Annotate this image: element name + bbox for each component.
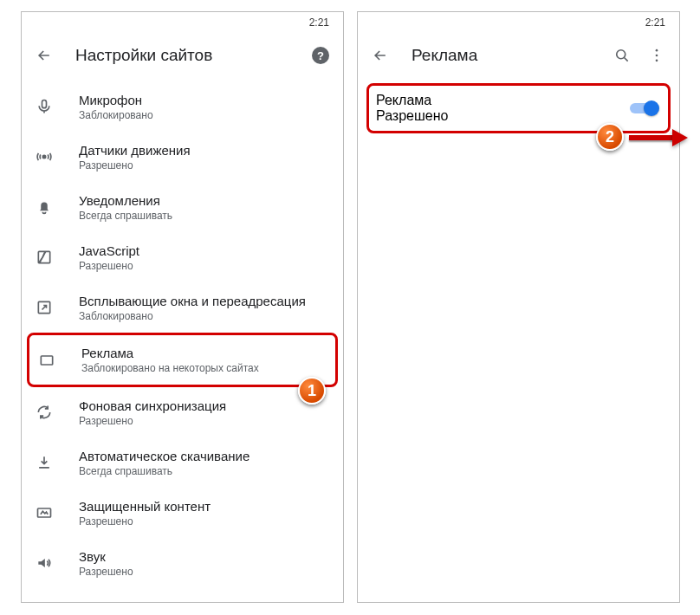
- help-icon: ?: [312, 47, 329, 64]
- item-protected-content[interactable]: Защищенный контент Разрешено: [22, 488, 343, 538]
- search-icon: [613, 47, 631, 64]
- item-label: Автоматическое скачивание: [79, 449, 331, 463]
- phone-left: 2:21 Настройки сайтов ? Микрофон Заблоки…: [21, 11, 344, 603]
- svg-point-6: [617, 50, 625, 59]
- item-sub: Разрешено: [79, 159, 331, 172]
- javascript-icon: [34, 247, 55, 268]
- settings-list: Микрофон Заблокировано Датчики движения …: [22, 78, 343, 592]
- item-javascript[interactable]: JavaScript Разрешено: [22, 232, 343, 282]
- help-button[interactable]: ?: [310, 45, 331, 66]
- status-bar: 2:21: [358, 12, 679, 33]
- item-label: Всплывающие окна и переадресация: [79, 294, 331, 308]
- item-label: Уведомления: [79, 193, 331, 208]
- item-sub: Всегда спрашивать: [79, 210, 331, 222]
- svg-point-1: [42, 155, 45, 158]
- step-badge-1: 1: [298, 377, 326, 405]
- item-label: Звук: [79, 549, 331, 564]
- microphone-icon: [34, 96, 55, 117]
- item-microphone[interactable]: Микрофон Заблокировано: [22, 81, 343, 132]
- svg-rect-0: [42, 100, 47, 108]
- more-vert-icon: [648, 47, 665, 64]
- item-sub: Всегда спрашивать: [79, 465, 331, 477]
- item-sub: Разрешено: [79, 515, 331, 528]
- svg-rect-4: [41, 356, 52, 365]
- item-sub: Заблокировано на некоторых сайтах: [81, 362, 328, 374]
- svg-point-9: [656, 60, 658, 62]
- item-auto-download[interactable]: Автоматическое скачивание Всегда спрашив…: [22, 437, 343, 488]
- svg-point-8: [656, 55, 658, 57]
- item-background-sync[interactable]: Фоновая синхронизация Разрешено: [22, 387, 343, 437]
- item-label: Фоновая синхронизация: [79, 398, 331, 413]
- item-label: Реклама: [81, 346, 328, 360]
- item-sub: Заблокировано: [79, 310, 331, 322]
- toggle-label: Реклама: [376, 93, 630, 108]
- ads-toggle-row[interactable]: Реклама Разрешено: [366, 83, 671, 133]
- status-time: 2:21: [309, 16, 329, 29]
- item-sub: Заблокировано: [79, 109, 331, 121]
- bell-icon: [34, 197, 55, 217]
- motion-sensors-icon: [34, 146, 55, 167]
- toolbar: Реклама: [358, 33, 679, 78]
- step-badge-2: 2: [596, 123, 624, 151]
- page-title: Реклама: [412, 46, 598, 65]
- item-label: JavaScript: [79, 243, 331, 258]
- toggle-thumb: [644, 100, 659, 116]
- item-notifications[interactable]: Уведомления Всегда спрашивать: [22, 182, 343, 232]
- popup-icon: [34, 297, 55, 318]
- back-button[interactable]: [34, 45, 55, 66]
- sound-icon: [34, 553, 55, 573]
- annotation-arrow: [629, 131, 690, 145]
- back-button[interactable]: [370, 45, 391, 66]
- svg-point-7: [656, 49, 658, 52]
- arrow-left-icon: [36, 47, 53, 64]
- item-sub: Разрешено: [79, 566, 331, 578]
- ads-toggle-switch[interactable]: [630, 100, 661, 117]
- item-label: Датчики движения: [79, 143, 331, 158]
- overflow-menu-button[interactable]: [646, 45, 667, 66]
- item-sub: Разрешено: [79, 415, 331, 427]
- ads-icon: [36, 350, 57, 371]
- item-ads[interactable]: Реклама Заблокировано на некоторых сайта…: [27, 333, 338, 387]
- protected-content-icon: [34, 502, 55, 523]
- sync-icon: [34, 402, 55, 423]
- arrow-left-icon: [372, 47, 389, 64]
- download-icon: [34, 452, 55, 473]
- item-label: Микрофон: [79, 93, 331, 107]
- status-bar: 2:21: [22, 12, 343, 33]
- phone-right: 2:21 Реклама Реклама Разрешено: [357, 11, 680, 603]
- item-sub: Разрешено: [79, 260, 331, 272]
- item-label: Защищенный контент: [79, 499, 331, 514]
- status-time: 2:21: [645, 16, 665, 29]
- item-popups[interactable]: Всплывающие окна и переадресация Заблоки…: [22, 282, 343, 333]
- item-motion-sensors[interactable]: Датчики движения Разрешено: [22, 132, 343, 182]
- item-sound[interactable]: Звук Разрешено: [22, 538, 343, 588]
- search-button[interactable]: [612, 45, 632, 66]
- page-title: Настройки сайтов: [75, 46, 296, 65]
- toolbar: Настройки сайтов ?: [22, 33, 343, 78]
- toggle-sub: Разрешено: [376, 108, 630, 124]
